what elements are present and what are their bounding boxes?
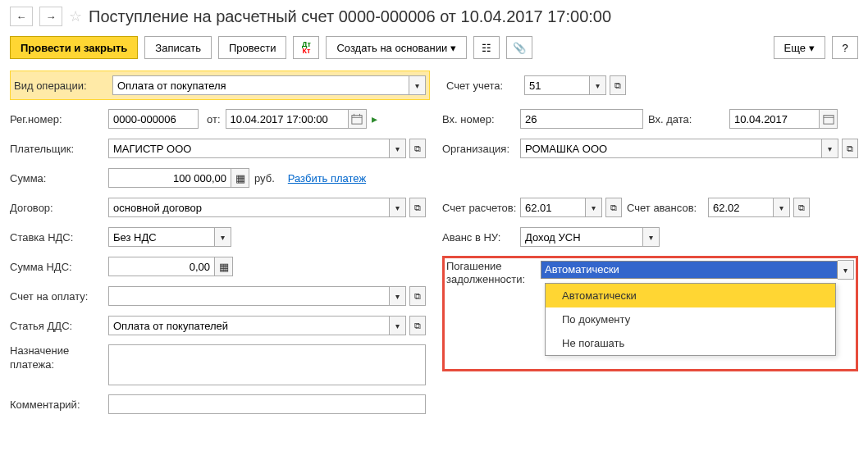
org-open-button[interactable]: ⧉ <box>842 139 858 158</box>
org-dropdown-button[interactable]: ▾ <box>822 139 838 158</box>
nav-back-button[interactable]: ← <box>10 7 33 26</box>
vat-sum-label: Сумма НДС: <box>10 261 108 273</box>
sum-input[interactable] <box>108 168 231 188</box>
invoice-input[interactable] <box>108 286 390 306</box>
org-label: Организация: <box>442 143 520 155</box>
adv-acc-label: Счет авансов: <box>622 202 708 214</box>
account-open-button[interactable]: ⧉ <box>610 75 626 95</box>
in-date-calendar-button[interactable] <box>820 109 838 129</box>
date-calendar-button[interactable] <box>349 109 367 129</box>
chevron-down-icon: ▾ <box>450 42 456 54</box>
debt-option-no-repay[interactable]: Не погашать <box>546 331 835 355</box>
operation-type-highlight: Вид операции: ▾ <box>10 71 430 100</box>
adv-acc-dropdown-button[interactable]: ▾ <box>774 198 790 217</box>
dds-open-button[interactable]: ⧉ <box>409 316 426 335</box>
post-and-close-button[interactable]: Провести и закрыть <box>10 36 138 59</box>
attach-button[interactable]: 📎 <box>506 36 532 59</box>
split-payment-link[interactable]: Разбить платеж <box>288 172 366 184</box>
in-num-input[interactable] <box>520 109 643 129</box>
operation-type-label: Вид операции: <box>14 80 112 92</box>
adv-tax-input[interactable] <box>520 227 643 247</box>
org-input[interactable] <box>520 139 822 158</box>
calc-acc-open-button[interactable]: ⧉ <box>605 198 622 217</box>
account-input[interactable] <box>524 75 590 95</box>
comment-label: Комментарий: <box>10 399 108 411</box>
vat-sum-input[interactable] <box>108 257 215 276</box>
debt-label: Погашение задолженности: <box>446 260 541 285</box>
payer-dropdown-button[interactable]: ▾ <box>390 139 406 158</box>
in-num-label: Вх. номер: <box>442 113 520 125</box>
adv-acc-open-button[interactable]: ⧉ <box>793 198 810 217</box>
post-button[interactable]: Провести <box>218 36 287 59</box>
payer-label: Плательщик: <box>10 143 108 155</box>
adv-tax-dropdown-button[interactable]: ▾ <box>643 227 660 247</box>
toolbar: Провести и закрыть Записать Провести ДтК… <box>10 36 858 59</box>
payer-open-button[interactable]: ⧉ <box>409 139 426 158</box>
calculator-icon: ▦ <box>235 172 245 184</box>
adv-tax-label: Аванс в НУ: <box>442 231 520 244</box>
contract-label: Договор: <box>10 202 108 214</box>
structure-button[interactable]: ☷ <box>473 36 500 59</box>
dds-dropdown-button[interactable]: ▾ <box>390 316 406 335</box>
create-based-on-button[interactable]: Создать на основании ▾ <box>326 36 467 59</box>
vat-rate-input[interactable] <box>108 227 215 247</box>
more-button[interactable]: Еще ▾ <box>774 36 825 59</box>
in-date-label: Вх. дата: <box>643 113 729 125</box>
invoice-dropdown-button[interactable]: ▾ <box>390 286 406 306</box>
contract-open-button[interactable]: ⧉ <box>409 198 426 217</box>
operation-type-input[interactable] <box>112 75 409 95</box>
account-dropdown-button[interactable]: ▾ <box>590 75 606 95</box>
structure-icon: ☷ <box>482 42 491 54</box>
paperclip-icon: 📎 <box>513 42 526 54</box>
debt-dropdown-button[interactable]: ▾ <box>838 260 854 280</box>
svg-rect-0 <box>352 116 362 125</box>
calendar-icon <box>823 113 834 125</box>
nav-forward-button[interactable]: → <box>39 7 62 26</box>
operation-type-dropdown-button[interactable]: ▾ <box>409 75 426 95</box>
dtkt-button[interactable]: ДтКт <box>293 36 319 59</box>
reg-num-input[interactable] <box>108 109 199 129</box>
posted-icon: ▸ <box>372 112 377 125</box>
debt-option-auto[interactable]: Автоматически <box>546 284 835 307</box>
page-title: Поступление на расчетный счет 0000-00000… <box>89 7 611 26</box>
contract-input[interactable] <box>108 198 390 217</box>
purpose-textarea[interactable] <box>108 344 426 385</box>
chevron-down-icon: ▾ <box>809 42 815 54</box>
debt-input[interactable]: Автоматически <box>541 261 838 279</box>
calc-acc-input[interactable] <box>520 198 586 217</box>
calc-acc-dropdown-button[interactable]: ▾ <box>586 198 602 217</box>
vat-rate-label: Ставка НДС: <box>10 231 108 244</box>
calc-acc-label: Счет расчетов: <box>442 202 520 214</box>
contract-dropdown-button[interactable]: ▾ <box>390 198 406 217</box>
debt-option-by-doc[interactable]: По документу <box>546 307 835 331</box>
debt-highlight-box: Погашение задолженности: Автоматически ▾… <box>442 256 858 371</box>
account-label: Счет учета: <box>446 80 524 92</box>
help-button[interactable]: ? <box>832 36 858 59</box>
purpose-label: Назначение платежа: <box>10 344 108 372</box>
sum-calc-button[interactable]: ▦ <box>231 168 249 188</box>
adv-acc-input[interactable] <box>708 198 774 217</box>
sum-label: Сумма: <box>10 172 108 184</box>
vat-sum-calc-button[interactable]: ▦ <box>215 257 233 276</box>
star-icon[interactable]: ☆ <box>69 7 82 25</box>
invoice-open-button[interactable]: ⧉ <box>409 286 426 306</box>
calendar-icon <box>351 113 363 125</box>
vat-rate-dropdown-button[interactable]: ▾ <box>215 227 231 247</box>
payer-input[interactable] <box>108 139 390 158</box>
invoice-label: Счет на оплату: <box>10 290 108 303</box>
from-label: от: <box>207 113 221 125</box>
date-input[interactable] <box>226 109 349 129</box>
currency-label: руб. <box>254 172 275 184</box>
in-date-input[interactable] <box>729 109 820 129</box>
reg-num-label: Рег.номер: <box>10 113 108 125</box>
comment-input[interactable] <box>108 394 426 414</box>
save-button[interactable]: Записать <box>144 36 212 59</box>
dds-input[interactable] <box>108 316 390 335</box>
debt-dropdown-list: Автоматически По документу Не погашать <box>545 283 836 356</box>
calculator-icon: ▦ <box>219 261 229 273</box>
dds-label: Статья ДДС: <box>10 320 108 332</box>
svg-rect-4 <box>823 116 833 125</box>
